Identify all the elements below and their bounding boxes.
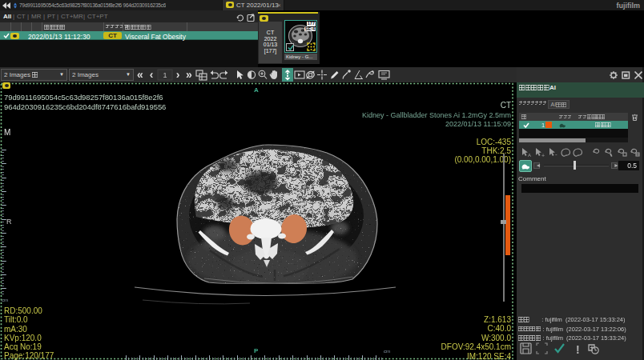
svg-text:!: !: [576, 343, 580, 356]
svg-text:‹: ‹: [150, 68, 154, 81]
svg-text:1: 1: [163, 71, 167, 79]
svg-text:»: »: [186, 68, 192, 81]
svg-text:A: A: [528, 153, 531, 158]
svg-text:›: ›: [176, 68, 180, 81]
svg-text:-: -: [555, 150, 557, 158]
svg-text:+: +: [541, 153, 545, 158]
svg-text:«: «: [137, 68, 143, 81]
